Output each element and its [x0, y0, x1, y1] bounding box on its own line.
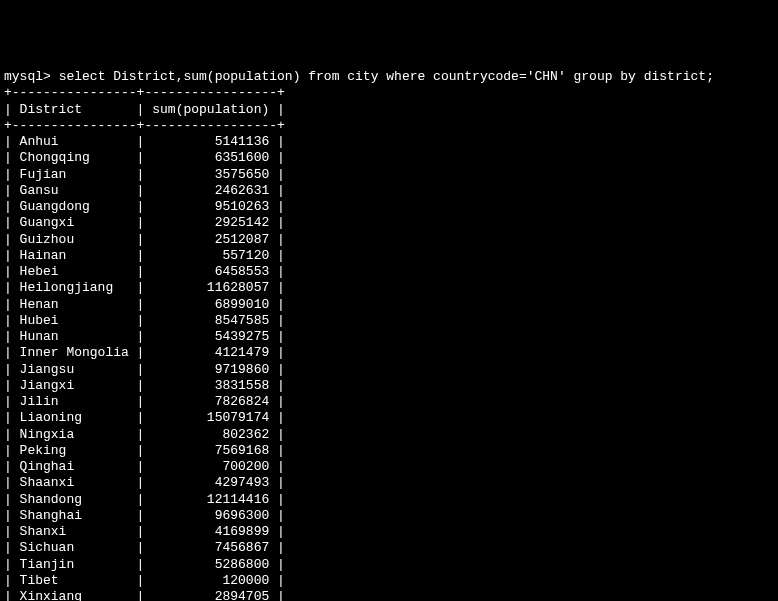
table-body: | Anhui | 5141136 | | Chongqing | 635160…: [4, 134, 285, 601]
terminal-output: mysql> select District,sum(population) f…: [4, 69, 774, 601]
table-border-top: +----------------+-----------------+: [4, 85, 285, 100]
table-header: | District | sum(population) |: [4, 102, 285, 117]
prompt: mysql>: [4, 69, 51, 84]
table-border-mid: +----------------+-----------------+: [4, 118, 285, 133]
query: select District,sum(population) from cit…: [59, 69, 714, 84]
